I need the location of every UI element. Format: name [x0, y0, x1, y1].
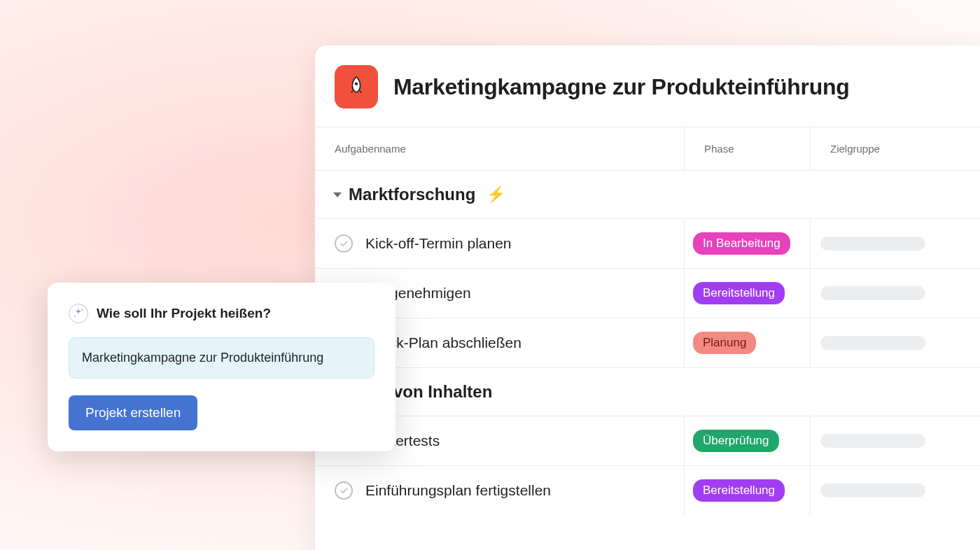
rocket-icon	[335, 65, 378, 108]
target-cell	[811, 416, 980, 465]
columns-header: Aufgabenname Phase Zielgruppe	[315, 127, 980, 171]
bolt-icon: ⚡	[486, 185, 505, 204]
svg-point-2	[74, 316, 76, 317]
check-circle-icon[interactable]	[335, 481, 353, 500]
caret-down-icon	[333, 192, 342, 197]
task-name-cell: Kick-off-Termin planen	[315, 219, 685, 268]
sparkle-icon	[69, 304, 88, 323]
phase-cell: Planung	[685, 318, 811, 367]
dialog-heading: Wie soll Ihr Projekt heißen?	[97, 306, 271, 321]
svg-point-1	[81, 309, 83, 311]
phase-cell: Bereitstellung	[685, 466, 811, 515]
status-pill[interactable]: In Bearbeitung	[693, 232, 790, 255]
section-header[interactable]: llung von Inhalten	[315, 368, 980, 416]
task-row[interactable]: Kick-off-Termin planen In Bearbeitung	[315, 218, 980, 268]
svg-point-0	[355, 83, 358, 85]
project-title: Marketingkampagne zur Produkteinführung	[393, 74, 849, 100]
status-pill[interactable]: Bereitstellung	[693, 479, 785, 502]
phase-cell: In Bearbeitung	[685, 219, 811, 268]
column-header-target[interactable]: Zielgruppe	[811, 127, 980, 170]
task-row[interactable]: Nutzertests Überprüfung	[315, 416, 980, 465]
placeholder-bar	[820, 286, 925, 300]
status-pill[interactable]: Planung	[693, 332, 756, 354]
task-row[interactable]: Einführungsplan fertigstellen Bereitstel…	[315, 465, 980, 515]
column-header-task[interactable]: Aufgabenname	[315, 127, 685, 170]
task-row[interactable]: get genehmigen Bereitstellung	[315, 268, 980, 318]
create-project-dialog: Wie soll Ihr Projekt heißen? Projekt ers…	[48, 283, 396, 451]
column-header-phase[interactable]: Phase	[685, 127, 811, 170]
task-name: Einführungsplan fertigstellen	[365, 482, 551, 499]
target-cell	[811, 219, 980, 268]
placeholder-bar	[820, 237, 925, 251]
section-title: Marktforschung	[349, 185, 475, 204]
phase-cell: Bereitstellung	[685, 269, 811, 318]
phase-cell: Überprüfung	[685, 416, 811, 465]
check-circle-icon[interactable]	[335, 234, 353, 253]
create-project-button[interactable]: Projekt erstellen	[69, 395, 197, 430]
target-cell	[811, 466, 980, 515]
project-panel: Marketingkampagne zur Produkteinführung …	[315, 45, 980, 550]
section-header[interactable]: Marktforschung ⚡	[315, 171, 980, 218]
project-name-input[interactable]	[69, 337, 374, 379]
dialog-heading-row: Wie soll Ihr Projekt heißen?	[69, 304, 374, 323]
placeholder-bar	[820, 336, 925, 350]
project-header: Marketingkampagne zur Produkteinführung	[315, 45, 980, 127]
placeholder-bar	[820, 484, 925, 498]
status-pill[interactable]: Überprüfung	[693, 430, 779, 452]
placeholder-bar	[820, 434, 925, 448]
target-cell	[811, 269, 980, 318]
status-pill[interactable]: Bereitstellung	[693, 282, 785, 304]
task-name-cell: Einführungsplan fertigstellen	[315, 466, 685, 515]
target-cell	[811, 318, 980, 367]
task-name: Kick-off-Termin planen	[365, 235, 512, 252]
task-row[interactable]: kback-Plan abschließen Planung	[315, 318, 980, 367]
